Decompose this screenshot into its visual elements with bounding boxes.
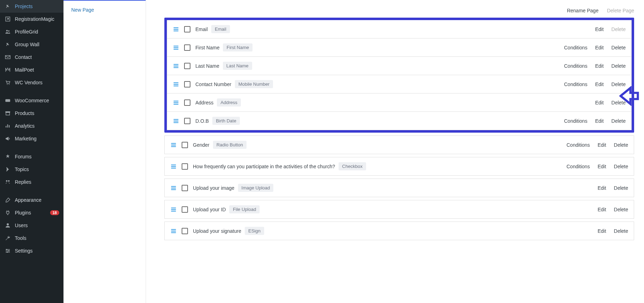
field-row-actions: EditDelete [595,26,626,32]
sidebar-item-profilegrid[interactable]: ProfileGrid [0,25,63,38]
sidebar-item-tools[interactable]: Tools [0,232,63,244]
field-type-pill: Mobile Number [235,80,273,88]
conditions-link[interactable]: Conditions [564,63,587,69]
drag-handle-icon[interactable] [173,118,179,124]
select-field-checkbox[interactable] [182,228,188,234]
field-label: Last Name [195,63,219,69]
field-row-actions: ConditionsEditDelete [564,81,626,87]
annotation-arrow-icon [619,86,639,107]
edit-link[interactable]: Edit [597,142,606,148]
field-row: Upload your IDFile UploadEditDelete [164,200,634,219]
edit-link[interactable]: Edit [595,81,603,87]
sidebar-item-marketing[interactable]: Marketing [0,132,63,145]
field-type-pill: Checkbox [339,162,366,170]
sidebar-item-mailpoet[interactable]: MailPoet [0,63,63,76]
forum-icon [4,153,11,160]
field-row: AddressAddressEditDelete [167,93,632,112]
edit-link[interactable]: Edit [597,164,606,169]
select-field-checkbox[interactable] [184,44,190,51]
edit-link[interactable]: Edit [595,118,603,124]
edit-link[interactable]: Edit [597,185,606,191]
sidebar-item-users[interactable]: Users [0,219,63,232]
delete-link[interactable]: Delete [614,142,628,148]
tab-new-page[interactable]: New Page [63,1,146,19]
field-label: How frequently can you participate in th… [193,164,335,169]
delete-link[interactable]: Delete [612,63,626,69]
field-row: EmailEmailEditDelete [167,20,632,38]
select-field-checkbox[interactable] [184,63,190,69]
topic-icon [4,166,11,173]
drag-handle-icon[interactable] [173,81,179,87]
drag-handle-icon[interactable] [173,99,179,106]
conditions-link[interactable]: Conditions [566,142,590,148]
drag-handle-icon[interactable] [170,185,177,191]
conditions-link[interactable]: Conditions [566,164,590,169]
delete-page-link[interactable]: Delete Page [607,8,634,13]
drag-handle-icon[interactable] [173,44,179,51]
drag-handle-icon[interactable] [170,206,177,213]
sidebar-item-label: WC Vendors [15,80,59,85]
drag-handle-icon[interactable] [170,163,177,170]
select-field-checkbox[interactable] [182,163,188,170]
conditions-link[interactable]: Conditions [564,81,587,87]
select-field-checkbox[interactable] [184,118,190,124]
conditions-link[interactable]: Conditions [564,45,587,50]
cart-icon [4,79,11,86]
field-row-actions: ConditionsEditDelete [564,45,626,50]
edit-link[interactable]: Edit [595,45,603,50]
content-area: Rename Page Delete Page EmailEmailEditDe… [146,0,644,303]
drag-handle-icon[interactable] [170,142,177,148]
sidebar-item-appearance[interactable]: Appearance [0,194,63,206]
svg-point-8 [6,249,7,250]
delete-link[interactable]: Delete [612,118,626,124]
edit-link[interactable]: Edit [595,63,603,69]
sidebar-item-contact[interactable]: Contact [0,51,63,63]
sidebar-item-label: Topics [15,166,59,172]
sidebar-item-plugins[interactable]: Plugins18 [0,206,63,219]
delete-link[interactable]: Delete [612,45,626,50]
field-label: Email [195,26,208,32]
sidebar-item-label: ProfileGrid [15,29,59,35]
sidebar-item-settings[interactable]: Settings [0,244,63,257]
field-row: How frequently can you participate in th… [164,157,634,176]
pin-icon [4,3,11,10]
select-field-checkbox[interactable] [184,99,190,106]
select-field-checkbox[interactable] [184,81,190,87]
edit-link[interactable]: Edit [597,207,606,212]
sidebar-item-wc-vendors[interactable]: WC Vendors [0,76,63,89]
sidebar-item-group-wall[interactable]: Group Wall [0,38,63,51]
sidebar-item-label: RegistrationMagic [15,16,59,22]
rename-page-link[interactable]: Rename Page [567,8,599,13]
select-field-checkbox[interactable] [182,185,188,191]
delete-link[interactable]: Delete [614,207,628,212]
svg-point-0 [6,30,8,32]
sidebar-item-woocommerce[interactable]: WooCommerce [0,94,63,107]
sidebar-item-replies[interactable]: Replies [0,176,63,188]
edit-link[interactable]: Edit [597,228,606,234]
sidebar-item-products[interactable]: Products [0,107,63,120]
delete-link[interactable]: Delete [614,164,628,169]
delete-link[interactable]: Delete [614,228,628,234]
field-label: Upload your image [193,185,235,191]
field-row-actions: ConditionsEditDelete [566,164,628,169]
sidebar-item-forums[interactable]: Forums [0,150,63,163]
sidebar-item-label: Analytics [15,123,59,129]
sidebar-item-analytics[interactable]: Analytics [0,120,63,132]
delete-link[interactable]: Delete [614,185,628,191]
select-field-checkbox[interactable] [184,26,190,32]
sidebar-item-projects[interactable]: Projects [0,0,63,13]
sidebar-item-label: Contact [15,54,59,60]
select-field-checkbox[interactable] [182,206,188,213]
edit-link[interactable]: Edit [595,26,603,32]
edit-link[interactable]: Edit [595,100,603,105]
drag-handle-icon[interactable] [173,26,179,32]
field-label: Contact Number [195,81,231,87]
drag-handle-icon[interactable] [173,63,179,69]
field-type-pill: Birth Date [212,117,240,125]
select-field-checkbox[interactable] [182,142,188,148]
sidebar-item-registrationmagic[interactable]: RegistrationMagic [0,13,63,25]
drag-handle-icon[interactable] [170,228,177,234]
woo-icon [4,97,11,104]
sidebar-item-topics[interactable]: Topics [0,163,63,176]
conditions-link[interactable]: Conditions [564,118,587,124]
